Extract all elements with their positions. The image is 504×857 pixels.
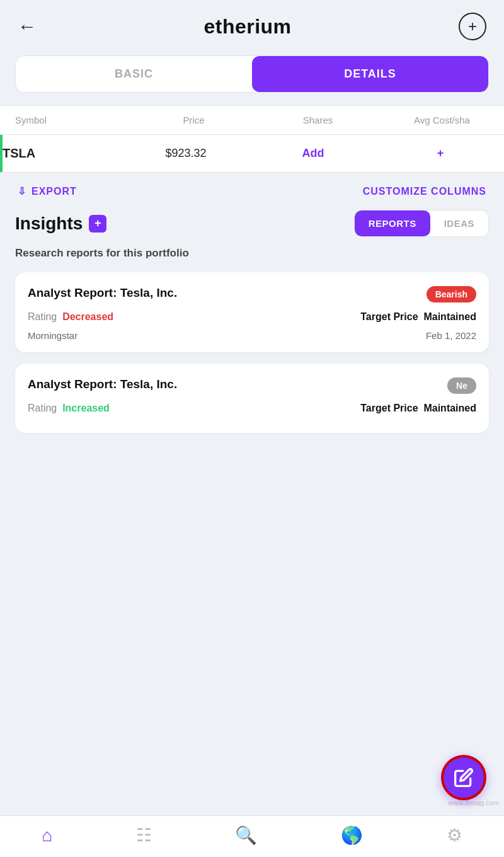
cell-price: $923.32 xyxy=(122,135,249,172)
insights-header: Insights + REPORTS IDEAS xyxy=(15,210,489,237)
insights-subtitle: Research reports for this portfolio xyxy=(15,247,489,260)
main-tab-bar: BASIC DETAILS xyxy=(15,55,489,93)
report-title-2: Analyst Report: Tesla, Inc. xyxy=(28,377,447,391)
nav-home[interactable]: ⌂ xyxy=(42,825,52,846)
target-value-1: Maintained xyxy=(423,311,476,322)
report-card-1[interactable]: Analyst Report: Tesla, Inc. Bearish Rati… xyxy=(15,272,489,352)
badge-neutral-2: Ne xyxy=(447,377,476,394)
cell-shares-add[interactable]: Add xyxy=(249,135,377,172)
rating-value-2: Increased xyxy=(62,403,110,413)
fab-edit-button[interactable] xyxy=(441,755,486,800)
insights-tab-group: REPORTS IDEAS xyxy=(354,210,489,237)
report-details-2: Rating Increased Target Price Maintained xyxy=(28,403,476,414)
header: ← etherium + xyxy=(0,0,504,50)
export-icon: ⇩ xyxy=(18,185,26,197)
report-target-1: Target Price Maintained xyxy=(360,311,476,323)
report-date-1: Feb 1, 2022 xyxy=(426,330,476,341)
cell-symbol: TSLA xyxy=(0,135,122,172)
nav-globe[interactable]: 🌎 xyxy=(341,825,363,846)
report-target-2: Target Price Maintained xyxy=(360,403,476,414)
table-header: Symbol Price Shares Avg Cost/sha xyxy=(0,106,504,135)
insights-title-group: Insights + xyxy=(15,214,106,234)
tab-basic[interactable]: BASIC xyxy=(16,56,252,92)
col-avgcost: Avg Cost/sha xyxy=(380,106,504,134)
insights-add-button[interactable]: + xyxy=(89,215,106,233)
edit-icon xyxy=(454,768,474,788)
insights-title: Insights xyxy=(15,214,83,234)
tab-details[interactable]: DETAILS xyxy=(252,56,488,92)
customize-columns-button[interactable]: CUSTOMIZE COLUMNS xyxy=(363,186,486,197)
report-footer-1: Morningstar Feb 1, 2022 xyxy=(28,330,476,341)
report-rating-1: Rating Decreased xyxy=(28,311,113,323)
add-icon: + xyxy=(468,18,477,35)
report-card-2[interactable]: Analyst Report: Tesla, Inc. Ne Rating In… xyxy=(15,364,489,433)
target-value-2: Maintained xyxy=(423,403,476,413)
report-card-top-2: Analyst Report: Tesla, Inc. Ne xyxy=(28,377,476,394)
nav-list[interactable]: ☷ xyxy=(136,825,152,846)
report-title-1: Analyst Report: Tesla, Inc. xyxy=(28,286,427,300)
export-label: EXPORT xyxy=(32,186,77,197)
nav-settings[interactable]: ⚙ xyxy=(447,825,462,846)
add-button[interactable]: + xyxy=(459,13,486,40)
target-label-2: Target Price xyxy=(360,403,418,413)
badge-bearish-1: Bearish xyxy=(427,286,476,302)
report-source-1: Morningstar xyxy=(28,330,77,341)
col-symbol: Symbol xyxy=(0,106,132,134)
bottom-nav: ⌂ ☷ 🔍 🌎 ⚙ xyxy=(0,815,504,857)
home-icon: ⌂ xyxy=(42,825,52,846)
nav-search[interactable]: 🔍 xyxy=(235,825,257,846)
table-row: TSLA $923.32 Add + xyxy=(0,135,504,172)
rating-value-1: Decreased xyxy=(62,311,113,322)
rating-label-2: Rating xyxy=(28,403,57,413)
col-price: Price xyxy=(132,106,256,134)
export-button[interactable]: ⇩ EXPORT xyxy=(18,185,77,197)
portfolio-table: Symbol Price Shares Avg Cost/sha TSLA $9… xyxy=(0,105,504,173)
globe-icon: 🌎 xyxy=(341,825,363,846)
settings-icon: ⚙ xyxy=(447,825,462,846)
page-title: etherium xyxy=(203,15,291,38)
list-icon: ☷ xyxy=(136,825,152,846)
cell-avgcost[interactable]: + xyxy=(377,135,504,172)
col-shares: Shares xyxy=(256,106,380,134)
report-card-top-1: Analyst Report: Tesla, Inc. Bearish xyxy=(28,286,476,302)
report-details-1: Rating Decreased Target Price Maintained xyxy=(28,311,476,323)
tab-reports[interactable]: REPORTS xyxy=(355,210,430,236)
target-label-1: Target Price xyxy=(360,311,418,322)
action-row: ⇩ EXPORT CUSTOMIZE COLUMNS xyxy=(0,173,504,210)
rating-label-1: Rating xyxy=(28,311,57,322)
tab-ideas[interactable]: IDEAS xyxy=(430,210,488,236)
insights-section: Insights + REPORTS IDEAS Research report… xyxy=(0,210,504,433)
watermark: www.deuag.com xyxy=(448,799,499,807)
back-button[interactable]: ← xyxy=(18,16,37,37)
report-rating-2: Rating Increased xyxy=(28,403,110,414)
search-icon: 🔍 xyxy=(235,825,257,846)
